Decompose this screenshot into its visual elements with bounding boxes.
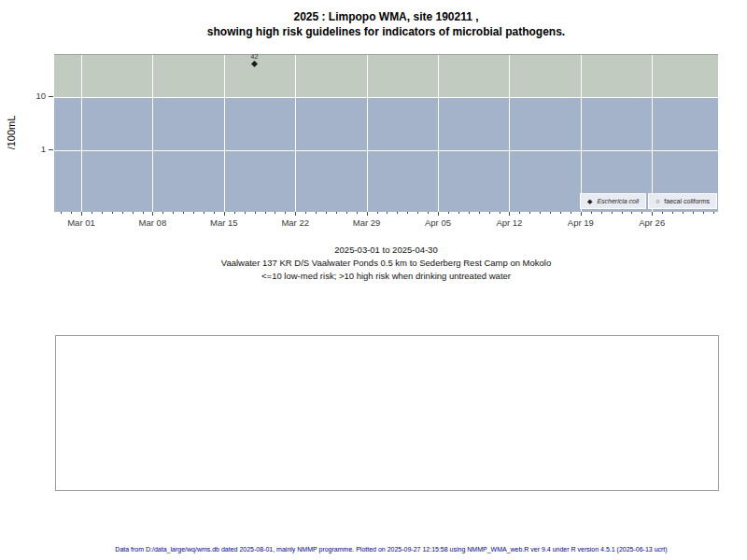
y-axis-tick	[49, 149, 53, 150]
open-circle-icon: ○	[655, 198, 659, 204]
x-gridline	[295, 55, 296, 212]
chart-title-line1: 2025 : Limpopo WMA, site 190211 ,	[54, 9, 718, 24]
x-axis-tick-label: Mar 29	[353, 217, 381, 228]
x-axis-tick-label: Apr 26	[639, 217, 665, 228]
x-gridline	[652, 55, 653, 212]
x-axis-tick-label: Apr 19	[568, 217, 594, 228]
y-gridline	[54, 97, 718, 98]
legend-item-faecal-coliforms: ○ faecal coliforms	[648, 193, 717, 209]
x-axis-tick-label: Mar 01	[67, 217, 95, 228]
x-axis-tick-label: Mar 08	[139, 217, 167, 228]
caption-site-description: Vaalwater 137 KR D/S Vaalwater Ponds 0.5…	[54, 257, 718, 270]
data-point-label: 42	[251, 53, 259, 60]
caption: 2025-03-01 to 2025-04-30 Vaalwater 137 K…	[54, 244, 718, 283]
chart-title: 2025 : Limpopo WMA, site 190211 , showin…	[54, 9, 718, 39]
plot-area: ◆ Eschericia coli ○ faecal coliforms 42	[54, 54, 718, 212]
legend-label-faecal-coliforms: faecal coliforms	[664, 198, 710, 204]
legend: ◆ Eschericia coli ○ faecal coliforms	[580, 193, 717, 209]
x-axis-tick-label: Apr 05	[425, 217, 451, 228]
x-gridline	[224, 55, 225, 212]
high-risk-band	[54, 55, 718, 97]
filled-diamond-icon: ◆	[587, 198, 592, 204]
chart-title-line2: showing high risk guidelines for indicat…	[54, 24, 718, 39]
x-axis-tick-label: Apr 12	[496, 217, 522, 228]
caption-risk-note: <=10 low-med risk; >10 high risk when dr…	[54, 270, 718, 283]
x-axis-tick-label: Mar 22	[281, 217, 309, 228]
x-gridline	[81, 55, 82, 212]
x-gridline	[581, 55, 582, 212]
x-gridline	[509, 55, 510, 212]
caption-date-range: 2025-03-01 to 2025-04-30	[54, 244, 718, 257]
y-axis-tick-label: 1	[23, 144, 46, 154]
x-axis-tick-label: Mar 15	[210, 217, 238, 228]
x-gridline	[367, 55, 368, 212]
x-gridline	[152, 55, 153, 212]
legend-label-eschericia-coli: Eschericia coli	[597, 198, 639, 204]
y-axis-label: /100mL	[6, 116, 17, 150]
legend-item-eschericia-coli: ◆ Eschericia coli	[580, 193, 646, 209]
x-gridline	[438, 55, 439, 212]
empty-panel	[55, 335, 719, 491]
y-gridline	[54, 150, 718, 151]
y-axis-tick-label: 10	[23, 91, 46, 101]
y-axis-tick	[49, 96, 53, 97]
footer-provenance: Data from D:/data_large/wq/wms.db dated …	[35, 546, 747, 553]
